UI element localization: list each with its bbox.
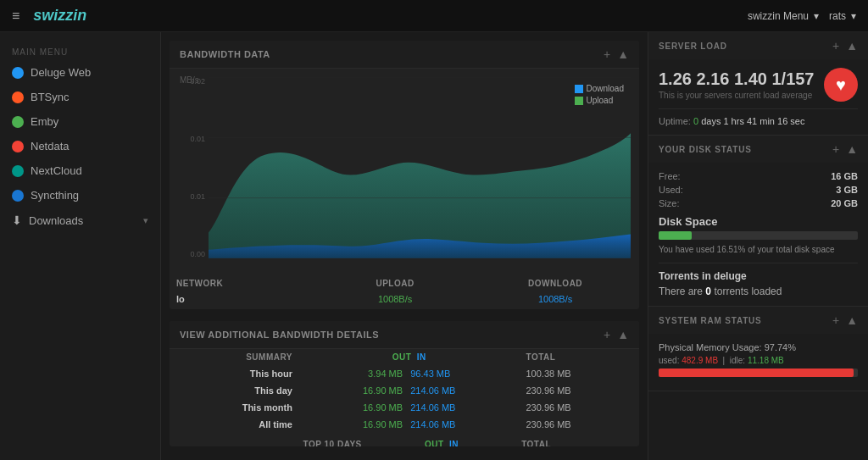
network-header: NETWORK bbox=[170, 275, 319, 291]
sidebar-item-downloads[interactable]: ⬇ Downloads ▾ bbox=[0, 208, 160, 233]
this-month-label: This month bbox=[170, 399, 303, 416]
ram-progress-bg bbox=[659, 369, 858, 377]
torrents-prefix: There are bbox=[659, 285, 705, 297]
ram-status-header: SYSTEM RAM STATUS + ▲ bbox=[648, 307, 868, 334]
sidebar-item-syncthing[interactable]: Syncthing bbox=[0, 183, 160, 208]
this-month-total: 230.96 MB bbox=[515, 399, 639, 416]
legend-download-box bbox=[575, 85, 583, 93]
downloads-chevron: ▾ bbox=[143, 215, 148, 226]
disk-add-icon[interactable]: + bbox=[832, 142, 839, 156]
server-load-body: 1.26 2.16 1.40 1/157 This is your server… bbox=[648, 59, 868, 135]
server-load-title: SERVER LOAD bbox=[659, 42, 727, 51]
ram-progress-fill bbox=[659, 369, 854, 377]
user-menu[interactable]: rats ▾ bbox=[829, 10, 856, 22]
disk-used-label: Used: bbox=[659, 185, 683, 195]
this-day-in: 214.06 MB bbox=[410, 385, 455, 396]
disk-space-title: Disk Space bbox=[659, 215, 858, 228]
server-load-section: SERVER LOAD + ▲ 1.26 2.16 1.40 1/157 Thi… bbox=[648, 32, 868, 136]
menu-label: swizzin Menu bbox=[748, 10, 809, 22]
sidebar: MAIN MENU Deluge Web BTSync Emby Netdata… bbox=[0, 32, 161, 460]
net-lo-label: lo bbox=[170, 291, 319, 307]
disk-pct-text: You have used 16.51% of your total disk … bbox=[659, 245, 858, 254]
ram-idle-val: 11.18 MB bbox=[748, 356, 784, 365]
torrents-suffix: torrents loaded bbox=[711, 285, 782, 297]
net-eth0-label: eth0 bbox=[170, 307, 319, 309]
sidebar-item-nextcloud[interactable]: NextCloud bbox=[0, 158, 160, 183]
disk-status-body: Free: 16 GB Used: 3 GB Size: 20 GB Disk … bbox=[648, 163, 868, 306]
legend-download-label: Download bbox=[587, 84, 624, 93]
server-load-desc: This is your servers current load averag… bbox=[659, 91, 815, 100]
upload-header: UPLOAD bbox=[319, 275, 471, 291]
net-eth0-upload: 14.689KB/s bbox=[319, 307, 471, 309]
deluge-icon bbox=[12, 67, 24, 79]
table-row: All time 16.90 MB 214.06 MB 230.96 MB bbox=[170, 416, 639, 433]
torrents-title: Torrents in deluge bbox=[659, 270, 858, 282]
bandwidth-collapse-icon[interactable]: ▲ bbox=[617, 47, 629, 61]
top10-label: TOP 10 DAYS bbox=[170, 436, 372, 446]
all-time-in: 214.06 MB bbox=[410, 419, 455, 430]
net-eth0-download: 7.142KB/s bbox=[471, 307, 639, 309]
this-month-out-in: 16.90 MB 214.06 MB bbox=[303, 399, 516, 416]
legend-upload-box bbox=[575, 97, 583, 105]
disk-free-val: 16 GB bbox=[831, 171, 858, 181]
uptime-row: Uptime: 0 days 1 hrs 41 min 16 sec bbox=[659, 108, 858, 126]
disk-progress-fill bbox=[659, 231, 692, 240]
legend-upload-label: Upload bbox=[587, 96, 614, 105]
hamburger-icon[interactable]: ≡ bbox=[12, 8, 19, 24]
bandwidth-chart bbox=[209, 77, 631, 258]
disk-size-val: 20 GB bbox=[831, 198, 858, 208]
this-hour-total: 100.38 MB bbox=[515, 365, 639, 382]
out-in-header: OUT IN bbox=[303, 349, 516, 365]
bandwidth-add-icon[interactable]: + bbox=[604, 47, 610, 61]
btsync-icon bbox=[12, 91, 24, 103]
all-time-total: 230.96 MB bbox=[515, 416, 639, 433]
uptime-label: Uptime: bbox=[659, 116, 691, 126]
heart-icon: ♥ bbox=[824, 68, 858, 102]
top10-table: TOP 10 DAYS OUT IN TOTAL bbox=[170, 436, 639, 446]
disk-progress-bg bbox=[659, 231, 858, 240]
network-table: NETWORK UPLOAD DOWNLOAD lo 1008B/s 1008B… bbox=[170, 275, 639, 309]
right-panel: SERVER LOAD + ▲ 1.26 2.16 1.40 1/157 Thi… bbox=[648, 32, 868, 460]
sidebar-label-netdata: Netdata bbox=[31, 140, 70, 152]
ram-status-section: SYSTEM RAM STATUS + ▲ Physical Memory Us… bbox=[648, 307, 868, 391]
table-row: This month 16.90 MB 214.06 MB 230.96 MB bbox=[170, 399, 639, 416]
server-load-add-icon[interactable]: + bbox=[832, 39, 839, 53]
this-day-out-in: 16.90 MB 214.06 MB bbox=[303, 382, 516, 399]
server-load-header: SERVER LOAD + ▲ bbox=[648, 32, 868, 59]
username: rats bbox=[829, 10, 846, 22]
netdata-icon bbox=[12, 141, 24, 152]
disk-collapse-icon[interactable]: ▲ bbox=[846, 142, 858, 156]
sidebar-item-btsync[interactable]: BTSync bbox=[0, 85, 160, 109]
this-day-out: 16.90 MB bbox=[363, 385, 403, 396]
uptime-days: 0 bbox=[693, 116, 698, 126]
top-nav: ≡ swizzin swizzin Menu ▾ rats ▾ bbox=[0, 0, 868, 32]
bw-details-collapse-icon[interactable]: ▲ bbox=[617, 328, 629, 341]
bw-details-add-icon[interactable]: + bbox=[604, 328, 610, 341]
ram-add-icon[interactable]: + bbox=[832, 313, 839, 327]
server-load-collapse-icon[interactable]: ▲ bbox=[846, 39, 858, 53]
syncthing-icon bbox=[12, 190, 24, 202]
server-load-value: 1.26 2.16 1.40 1/157 bbox=[659, 69, 815, 89]
downloads-icon: ⬇ bbox=[12, 213, 22, 227]
bandwidth-panel: BANDWIDTH DATA + ▲ MB/s 0.02 0.01 0.01 0… bbox=[170, 41, 639, 309]
this-hour-label: This hour bbox=[170, 365, 303, 382]
ram-detail: used: 482.9 MB | idle: 11.18 MB bbox=[659, 356, 858, 365]
all-time-out: 16.90 MB bbox=[363, 419, 403, 430]
this-day-total: 230.96 MB bbox=[515, 382, 639, 399]
this-hour-out-in: 3.94 MB 96.43 MB bbox=[303, 365, 516, 382]
ram-collapse-icon[interactable]: ▲ bbox=[846, 313, 858, 327]
all-time-label: All time bbox=[170, 416, 303, 433]
sidebar-label-downloads: Downloads bbox=[29, 214, 83, 227]
sidebar-item-deluge[interactable]: Deluge Web bbox=[0, 60, 160, 85]
ram-status-body: Physical Memory Usage: 97.74% used: 482.… bbox=[648, 334, 868, 391]
sidebar-item-netdata[interactable]: Netdata bbox=[0, 134, 160, 158]
sidebar-label-btsync: BTSync bbox=[31, 91, 70, 103]
sidebar-item-emby[interactable]: Emby bbox=[0, 109, 160, 134]
sidebar-label-syncthing: Syncthing bbox=[31, 189, 79, 202]
table-row: This hour 3.94 MB 96.43 MB 100.38 MB bbox=[170, 365, 639, 382]
sidebar-label-emby: Emby bbox=[31, 115, 58, 128]
sidebar-label-deluge: Deluge Web bbox=[31, 66, 91, 79]
user-arrow: ▾ bbox=[851, 10, 856, 22]
swizzin-menu[interactable]: swizzin Menu ▾ bbox=[748, 10, 819, 22]
disk-status-title: YOUR DISK STATUS bbox=[659, 145, 752, 154]
